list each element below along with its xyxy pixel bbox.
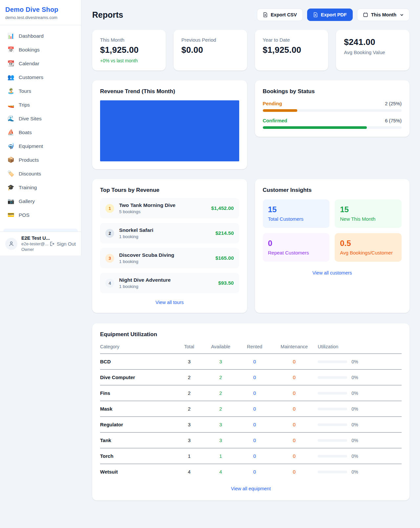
status-label: Confirmed bbox=[263, 118, 287, 123]
cell-total: 2 bbox=[176, 370, 203, 385]
table-header-row: Category Total Available Rented Maintena… bbox=[100, 344, 402, 354]
insight-value: 15 bbox=[340, 205, 396, 214]
cell-rented: 0 bbox=[239, 385, 271, 401]
tour-list-item: 4 Night Dive Adventure 1 booking $93.50 bbox=[100, 273, 239, 293]
sidebar-item-boats[interactable]: ⛵ Boats bbox=[3, 126, 78, 139]
stat-card-this-month: This Month $1,925.00 +0% vs last month bbox=[92, 30, 166, 71]
tour-bookings: 1 booking bbox=[119, 234, 210, 239]
cell-maintenance: 0 bbox=[271, 354, 318, 370]
sidebar-item-label: Tours bbox=[19, 88, 31, 94]
view-all-customers-link[interactable]: View all customers bbox=[263, 270, 402, 275]
cell-total: 2 bbox=[176, 401, 203, 417]
brand-name: Demo Dive Shop bbox=[5, 6, 76, 13]
stat-label: Year to Date bbox=[263, 37, 321, 43]
tour-revenue: $1,452.00 bbox=[211, 205, 234, 211]
cell-category: Tank bbox=[100, 433, 176, 448]
export-csv-label: Export CSV bbox=[271, 12, 297, 17]
sidebar-item-dive-sites[interactable]: 🌊 Dive Sites bbox=[3, 112, 78, 125]
tag-icon: 🏷️ bbox=[7, 171, 14, 177]
insight-label: Total Customers bbox=[268, 216, 325, 222]
table-row: Torch 1 1 0 0 0% bbox=[100, 448, 402, 464]
insight-label: New This Month bbox=[340, 216, 396, 222]
sidebar-item-label: Trips bbox=[19, 101, 30, 108]
sidebar-item-label: Dive Sites bbox=[19, 115, 42, 122]
user-email: e2e-tester@... bbox=[21, 241, 45, 246]
insight-value: 0 bbox=[268, 239, 325, 248]
cell-available: 2 bbox=[203, 385, 238, 401]
person-icon bbox=[8, 241, 14, 247]
sidebar-item-trips[interactable]: 🚤 Trips bbox=[3, 98, 78, 112]
stat-delta: +0% vs last month bbox=[100, 58, 158, 63]
column-header-rented: Rented bbox=[239, 344, 271, 354]
sidebar-item-label: POS bbox=[19, 212, 30, 218]
sidebar-item-calendar[interactable]: 📆 Calendar bbox=[3, 57, 78, 70]
cell-category: Wetsuit bbox=[100, 464, 176, 480]
utilization-bar-track bbox=[318, 392, 347, 395]
calendar-icon: 📆 bbox=[7, 60, 14, 67]
cell-maintenance: 0 bbox=[271, 370, 318, 385]
cell-maintenance: 0 bbox=[271, 464, 318, 480]
column-header-category: Category bbox=[100, 344, 176, 354]
brand-block[interactable]: Demo Dive Shop demo.test.divestreams.com bbox=[0, 0, 81, 25]
insight-total-customers: 15 Total Customers bbox=[263, 199, 330, 228]
sidebar-item-products[interactable]: 📦 Products bbox=[3, 153, 78, 167]
graduation-cap-icon: 🎓 bbox=[7, 184, 14, 191]
sidebar-item-equipment[interactable]: 🤿 Equipment bbox=[3, 139, 78, 153]
stat-cards: This Month $1,925.00 +0% vs last month P… bbox=[92, 30, 410, 71]
sidebar-item-customers[interactable]: 👥 Customers bbox=[3, 71, 78, 84]
sidebar-item-tours[interactable]: 🏝️ Tours bbox=[3, 84, 78, 98]
period-dropdown[interactable]: This Month bbox=[357, 9, 410, 21]
export-csv-button[interactable]: Export CSV bbox=[257, 9, 303, 21]
sidebar-item-bookings[interactable]: 📅 Bookings bbox=[3, 43, 78, 56]
sidebar-nav: 📊 Dashboard 📅 Bookings 📆 Calendar 👥 Cust… bbox=[0, 25, 81, 232]
view-all-tours-link[interactable]: View all tours bbox=[100, 300, 239, 305]
rank-badge: 4 bbox=[105, 279, 114, 288]
wave-icon: 🌊 bbox=[7, 115, 14, 122]
column-header-available: Available bbox=[203, 344, 238, 354]
cell-rented: 0 bbox=[239, 433, 271, 448]
table-row: Tank 3 3 0 0 0% bbox=[100, 433, 402, 448]
table-row: Dive Computer 2 2 0 0 0% bbox=[100, 370, 402, 385]
sign-out-button[interactable]: Sign Out bbox=[49, 241, 76, 247]
sidebar-item-label: Dashboard bbox=[19, 32, 44, 39]
utilization-percent: 0% bbox=[351, 438, 358, 443]
sidebar-item-reports-partial[interactable] bbox=[3, 229, 78, 232]
utilization-percent: 0% bbox=[351, 359, 358, 364]
sidebar-item-dashboard[interactable]: 📊 Dashboard bbox=[3, 29, 78, 43]
insight-value: 15 bbox=[268, 205, 325, 214]
sidebar-item-gallery[interactable]: 📷 Gallery bbox=[3, 194, 78, 208]
speedboat-icon: 🚤 bbox=[7, 102, 14, 108]
cell-available: 3 bbox=[203, 417, 238, 433]
table-row: Regulator 3 3 0 0 0% bbox=[100, 417, 402, 433]
tour-info: Night Dive Adventure 1 booking bbox=[119, 277, 213, 289]
stat-value: $1,925.00 bbox=[100, 45, 158, 55]
cell-total: 3 bbox=[176, 417, 203, 433]
export-pdf-button[interactable]: Export PDF bbox=[307, 9, 353, 21]
avatar bbox=[5, 238, 17, 250]
sidebar-item-label: Boats bbox=[19, 129, 32, 136]
tour-info: Discover Scuba Diving 1 booking bbox=[119, 252, 210, 264]
view-all-equipment-link[interactable]: View all equipment bbox=[100, 486, 402, 491]
stat-card-previous-period: Previous Period $0.00 bbox=[174, 30, 247, 71]
cell-utilization: 0% bbox=[318, 385, 402, 401]
insight-label: Avg Bookings/Customer bbox=[340, 250, 396, 255]
equipment-utilization-title: Equipment Utilization bbox=[100, 331, 402, 338]
insight-avg-bookings: 0.5 Avg Bookings/Customer bbox=[335, 233, 402, 262]
package-icon: 📦 bbox=[7, 157, 14, 163]
cell-rented: 0 bbox=[239, 354, 271, 370]
sidebar-item-discounts[interactable]: 🏷️ Discounts bbox=[3, 167, 78, 180]
sidebar-item-label: Gallery bbox=[19, 198, 35, 205]
cell-maintenance: 0 bbox=[271, 401, 318, 417]
sidebar-item-pos[interactable]: 💳 POS bbox=[3, 208, 78, 222]
cell-utilization: 0% bbox=[318, 370, 402, 385]
tour-list-item: 3 Discover Scuba Diving 1 booking $165.0… bbox=[100, 248, 239, 268]
column-header-utilization: Utilization bbox=[318, 344, 402, 354]
status-bar-track bbox=[263, 109, 402, 112]
cell-total: 1 bbox=[176, 448, 203, 464]
column-header-total: Total bbox=[176, 344, 203, 354]
tour-info: Snorkel Safari 1 booking bbox=[119, 227, 210, 239]
stat-value: $0.00 bbox=[181, 45, 239, 55]
utilization-percent: 0% bbox=[351, 454, 358, 459]
status-row-confirmed: Confirmed 6 (75%) bbox=[263, 118, 402, 123]
sidebar-item-training[interactable]: 🎓 Training bbox=[3, 181, 78, 194]
